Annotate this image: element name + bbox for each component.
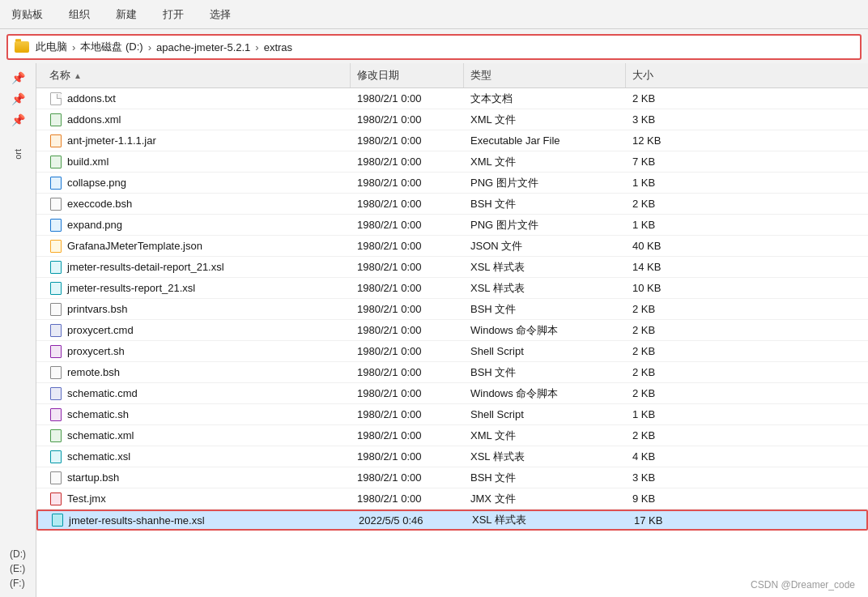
pin-icon-1[interactable]: 📌	[10, 70, 26, 86]
file-size: 17 KB	[634, 514, 662, 527]
table-row[interactable]: GrafanaJMeterTemplate.json 1980/2/1 0:00…	[36, 236, 868, 257]
table-row[interactable]: schematic.sh 1980/2/1 0:00 Shell Script …	[36, 404, 868, 425]
file-size-cell: 2 KB	[626, 322, 691, 338]
table-row[interactable]: ant-jmeter-1.1.1.jar 1980/2/1 0:00 Execu…	[36, 130, 868, 151]
file-modified: 1980/2/1 0:00	[357, 134, 422, 147]
file-modified: 1980/2/1 0:00	[357, 345, 422, 357]
breadcrumb[interactable]: 此电脑 › 本地磁盘 (D:) › apache-jmeter-5.2.1 › …	[6, 34, 862, 60]
pin-icon-2[interactable]: 📌	[10, 91, 26, 107]
col-type-label: 类型	[470, 68, 491, 83]
table-row[interactable]: printvars.bsh 1980/2/1 0:00 BSH 文件 2 KB	[36, 299, 868, 320]
file-size-cell: 4 KB	[626, 449, 691, 464]
col-name[interactable]: 名称 ▲	[43, 63, 351, 87]
file-name: expand.png	[67, 219, 122, 231]
file-name: addons.xml	[67, 113, 121, 126]
col-type[interactable]: 类型	[464, 63, 626, 87]
file-type-icon	[49, 345, 62, 358]
file-type: BSH 文件	[470, 365, 516, 380]
file-rows-container: addons.txt 1980/2/1 0:00 文本文档 2 KB addon…	[36, 88, 868, 531]
toolbar-clipboard[interactable]: 剪贴板	[6, 6, 48, 23]
file-size-cell: 1 KB	[626, 175, 691, 190]
file-modified-cell: 1980/2/1 0:00	[351, 428, 464, 443]
table-row[interactable]: proxycert.cmd 1980/2/1 0:00 Windows 命令脚本…	[36, 320, 868, 341]
file-modified: 1980/2/1 0:00	[357, 387, 422, 399]
file-type-icon	[49, 177, 62, 190]
table-row[interactable]: jmeter-results-detail-report_21.xsl 1980…	[36, 257, 868, 278]
drive-f[interactable]: (F:)	[10, 578, 26, 589]
table-row[interactable]: addons.txt 1980/2/1 0:00 文本文档 2 KB	[36, 88, 868, 109]
file-name-cell: addons.txt	[43, 91, 351, 107]
toolbar-new[interactable]: 新建	[111, 6, 142, 23]
file-type-icon	[49, 219, 62, 232]
table-row[interactable]: Test.jmx 1980/2/1 0:00 JMX 文件 9 KB	[36, 488, 868, 510]
pin-icon-3[interactable]: 📌	[10, 112, 26, 128]
table-row[interactable]: expand.png 1980/2/1 0:00 PNG 图片文件 1 KB	[36, 215, 868, 236]
table-row[interactable]: collapse.png 1980/2/1 0:00 PNG 图片文件 1 KB	[36, 173, 868, 194]
file-size-cell: 3 KB	[626, 112, 691, 127]
file-type-cell: XSL 样式表	[466, 511, 628, 529]
column-headers: 名称 ▲ 修改日期 类型 大小	[36, 63, 868, 88]
file-size-cell: 2 KB	[626, 343, 691, 359]
file-name: jmeter-results-report_21.xsl	[67, 282, 195, 294]
file-type-icon	[49, 240, 62, 253]
file-modified: 1980/2/1 0:00	[357, 261, 422, 273]
drive-d[interactable]: (D:)	[10, 548, 26, 560]
breadcrumb-part-1[interactable]: 本地磁盘 (D:)	[80, 40, 143, 54]
file-name-cell: schematic.xml	[43, 428, 351, 444]
file-type: XSL 样式表	[470, 281, 525, 296]
table-row[interactable]: schematic.xsl 1980/2/1 0:00 XSL 样式表 4 KB	[36, 446, 868, 467]
file-name: proxycert.sh	[67, 345, 125, 357]
file-type-cell: XML 文件	[464, 111, 626, 129]
file-type-cell: 文本文档	[464, 90, 626, 108]
breadcrumb-part-2[interactable]: apache-jmeter-5.2.1	[156, 41, 250, 53]
table-row[interactable]: schematic.cmd 1980/2/1 0:00 Windows 命令脚本…	[36, 383, 868, 404]
file-size-cell: 40 KB	[626, 238, 691, 254]
file-size: 1 KB	[632, 177, 655, 189]
sidebar-drives: (D:) (E:) (F:)	[10, 548, 26, 589]
table-row[interactable]: addons.xml 1980/2/1 0:00 XML 文件 3 KB	[36, 109, 868, 130]
table-row[interactable]: execcode.bsh 1980/2/1 0:00 BSH 文件 2 KB	[36, 194, 868, 215]
table-row[interactable]: build.xml 1980/2/1 0:00 XML 文件 7 KB	[36, 151, 868, 173]
toolbar: 剪贴板 组织 新建 打开 选择	[0, 0, 868, 29]
file-type-icon	[49, 493, 62, 505]
breadcrumb-part-3[interactable]: extras	[264, 41, 292, 53]
file-type-icon	[49, 450, 62, 463]
file-type: PNG 图片文件	[470, 218, 538, 232]
file-size-cell: 17 KB	[628, 513, 692, 528]
col-modified[interactable]: 修改日期	[351, 63, 464, 87]
table-row[interactable]: remote.bsh 1980/2/1 0:00 BSH 文件 2 KB	[36, 362, 868, 383]
file-size-cell: 1 KB	[626, 407, 691, 422]
file-list-area: 名称 ▲ 修改日期 类型 大小 addons.txt 19	[36, 63, 868, 597]
file-type: PNG 图片文件	[470, 176, 538, 190]
file-modified-cell: 1980/2/1 0:00	[351, 491, 464, 506]
file-type-icon	[49, 471, 62, 484]
table-row[interactable]: schematic.xml 1980/2/1 0:00 XML 文件 2 KB	[36, 425, 868, 446]
toolbar-open[interactable]: 打开	[158, 6, 189, 23]
file-modified: 1980/2/1 0:00	[357, 450, 422, 463]
file-size: 7 KB	[632, 156, 655, 168]
file-type: XSL 样式表	[470, 450, 525, 464]
table-row[interactable]: proxycert.sh 1980/2/1 0:00 Shell Script …	[36, 341, 868, 362]
drive-e[interactable]: (E:)	[10, 563, 26, 574]
file-name-cell: ant-jmeter-1.1.1.jar	[43, 133, 351, 149]
breadcrumb-sep-2: ›	[255, 41, 258, 53]
file-name: build.xml	[67, 156, 108, 168]
file-modified: 1980/2/1 0:00	[357, 324, 422, 336]
file-type-icon	[49, 282, 62, 295]
table-row[interactable]: startup.bsh 1980/2/1 0:00 BSH 文件 3 KB	[36, 467, 868, 488]
toolbar-select[interactable]: 选择	[205, 6, 236, 23]
table-row[interactable]: jmeter-results-shanhe-me.xsl 2022/5/5 0:…	[36, 510, 868, 531]
breadcrumb-part-0[interactable]: 此电脑	[36, 40, 67, 54]
file-modified: 2022/5/5 0:46	[359, 514, 423, 527]
file-modified: 1980/2/1 0:00	[357, 282, 422, 294]
col-size[interactable]: 大小	[626, 63, 691, 87]
file-size-cell: 2 KB	[626, 386, 691, 401]
file-name-cell: startup.bsh	[43, 470, 351, 486]
file-modified: 1980/2/1 0:00	[357, 92, 422, 104]
table-row[interactable]: jmeter-results-report_21.xsl 1980/2/1 0:…	[36, 278, 868, 299]
toolbar-organize[interactable]: 组织	[64, 6, 95, 23]
file-modified-cell: 1980/2/1 0:00	[351, 343, 464, 359]
file-type-icon	[49, 198, 62, 211]
file-type-cell: BSH 文件	[464, 469, 626, 487]
file-name-cell: printvars.bsh	[43, 301, 351, 318]
